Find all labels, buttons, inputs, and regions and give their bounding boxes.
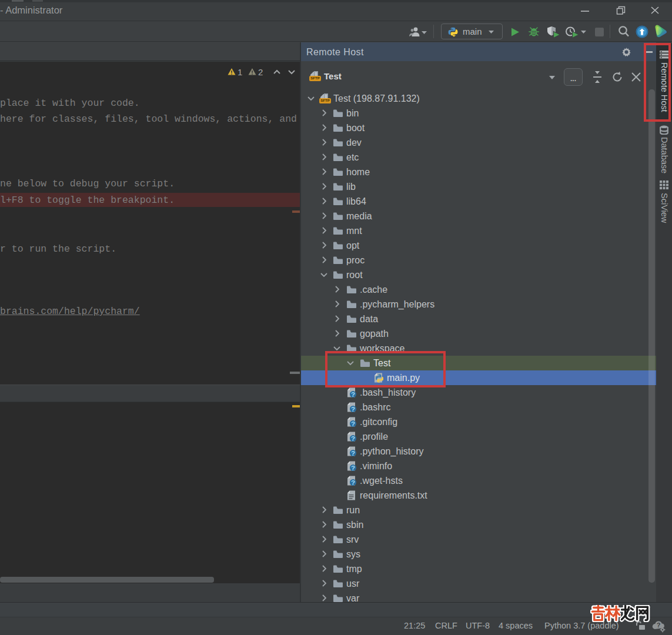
svg-text:?: ? [351, 391, 355, 398]
svg-text:?: ? [657, 621, 661, 629]
svg-text:?: ? [351, 406, 355, 413]
svg-text:?: ? [351, 435, 355, 442]
svg-text:?: ? [351, 450, 355, 457]
svg-text:?: ? [351, 479, 355, 486]
svg-text:?: ? [351, 464, 355, 472]
svg-text:?: ? [351, 420, 355, 427]
